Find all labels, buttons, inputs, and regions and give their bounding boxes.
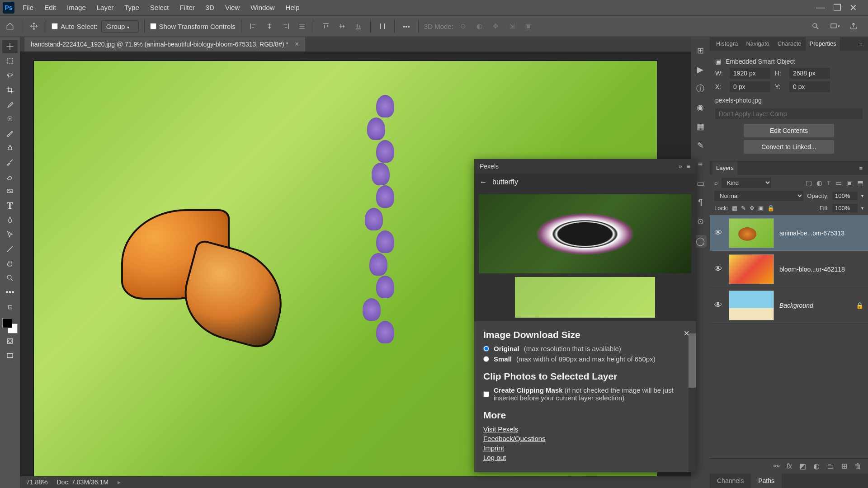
lock-position-icon[interactable]: ✥ <box>750 205 755 211</box>
show-transform-checkbox[interactable]: Show Transform Controls <box>150 23 236 30</box>
distribute-v-icon[interactable] <box>376 20 389 33</box>
shape-tool[interactable] <box>2 242 18 256</box>
path-select-tool[interactable] <box>2 228 18 241</box>
filter-search-icon[interactable]: ⌕ <box>714 179 718 186</box>
height-input[interactable]: 2688 px <box>789 68 830 79</box>
fill-input[interactable] <box>832 204 858 212</box>
styles-panel-icon[interactable]: ▭ <box>695 178 706 189</box>
instagram-panel-icon[interactable]: ◯ <box>694 235 707 248</box>
align-vcenter-icon[interactable] <box>336 20 349 33</box>
tab-navigator[interactable]: Navigato <box>742 37 773 51</box>
edit-toolbar-icon[interactable]: ⊡ <box>2 300 18 314</box>
visibility-toggle-icon[interactable]: 👁 <box>714 228 723 238</box>
layers-menu-icon[interactable]: ≡ <box>856 165 865 172</box>
type-tool[interactable]: T <box>2 199 18 212</box>
brush-tool[interactable] <box>2 127 18 140</box>
size-original-radio[interactable]: Original (max resolution that is availab… <box>483 345 687 352</box>
quick-mask-icon[interactable] <box>2 334 18 348</box>
collapse-panel-icon[interactable]: » <box>679 163 682 170</box>
document-tab[interactable]: handstand-2224104_1920.jpg @ 71.9% (anim… <box>24 37 305 52</box>
screen-mode-icon[interactable]: ▾ <box>828 20 841 33</box>
color-panel-icon[interactable]: ⊞ <box>695 45 706 56</box>
visibility-toggle-icon[interactable]: 👁 <box>714 300 723 310</box>
menu-window[interactable]: Window <box>245 0 280 15</box>
layer-row[interactable]: 👁 bloom-bloo...ur-462118 <box>710 251 868 287</box>
tab-channels[interactable]: Channels <box>710 474 751 488</box>
align-top-icon[interactable] <box>320 20 332 33</box>
edit-contents-button[interactable]: Edit Contents <box>744 124 834 137</box>
delete-layer-icon[interactable]: 🗑 <box>854 462 862 470</box>
link-layers-icon[interactable]: ⚯ <box>774 462 779 470</box>
layer-name[interactable]: bloom-bloo...ur-462118 <box>779 266 863 273</box>
tab-paths[interactable]: Paths <box>751 474 782 488</box>
new-layer-icon[interactable]: ⊞ <box>841 462 847 470</box>
menu-view[interactable]: View <box>220 0 245 15</box>
opacity-dropdown-icon[interactable]: ▾ <box>861 193 863 198</box>
share-icon[interactable] <box>847 20 860 33</box>
pexels-scrollbar[interactable] <box>689 333 696 472</box>
tab-histogram[interactable]: Histogra <box>712 37 741 51</box>
window-close-icon[interactable]: ✕ <box>849 2 857 13</box>
size-small-radio[interactable]: Small (max width of 890px and max height… <box>483 355 687 363</box>
link-logout[interactable]: Log out <box>483 454 687 461</box>
y-input[interactable] <box>789 81 830 92</box>
adjustment-layer-icon[interactable]: ◐ <box>813 462 820 470</box>
more-tools-icon[interactable]: ••• <box>2 286 18 299</box>
zoom-level[interactable]: 71.88% <box>26 479 47 486</box>
convert-linked-button[interactable]: Convert to Linked... <box>744 140 834 154</box>
lock-pixels-icon[interactable]: ✎ <box>741 205 746 211</box>
hand-tool[interactable] <box>2 257 18 270</box>
screen-mode-tool-icon[interactable] <box>2 349 18 362</box>
align-left-icon[interactable] <box>247 20 259 33</box>
layer-thumbnail[interactable] <box>729 291 774 320</box>
history-brush-tool[interactable] <box>2 155 18 169</box>
layer-thumbnail[interactable] <box>729 254 774 284</box>
tab-character[interactable]: Characte <box>774 37 805 51</box>
fill-dropdown-icon[interactable]: ▾ <box>861 206 863 211</box>
layer-filter-select[interactable]: Kind <box>722 178 771 188</box>
align-hcenter-icon[interactable] <box>263 20 276 33</box>
back-arrow-icon[interactable]: ← <box>480 178 487 186</box>
lock-artboard-icon[interactable]: ▣ <box>758 205 764 211</box>
pexels-result-1[interactable] <box>479 194 691 273</box>
menu-3d[interactable]: 3D <box>200 0 220 15</box>
layer-name[interactable]: Background <box>779 302 850 309</box>
menu-layer[interactable]: Layer <box>91 0 119 15</box>
menu-help[interactable]: Help <box>280 0 305 15</box>
zoom-tool[interactable] <box>2 271 18 285</box>
panel-menu-icon[interactable]: ≡ <box>687 163 690 170</box>
marquee-tool[interactable] <box>2 54 18 68</box>
filter-type-icon[interactable]: T <box>827 179 831 187</box>
filter-adjust-icon[interactable]: ◐ <box>816 179 822 187</box>
lock-transparency-icon[interactable]: ▦ <box>732 205 737 211</box>
layer-row[interactable]: 👁 Background 🔒 <box>710 287 868 324</box>
eraser-tool[interactable] <box>2 170 18 183</box>
info-panel-icon[interactable]: ⓘ <box>695 83 706 94</box>
lock-icon[interactable]: 🔒 <box>856 302 863 309</box>
menu-file[interactable]: File <box>17 0 39 15</box>
glyphs-panel-icon[interactable]: ⊙ <box>695 216 706 227</box>
move-tool[interactable] <box>2 40 18 53</box>
link-imprint[interactable]: Imprint <box>483 444 687 452</box>
home-icon[interactable] <box>4 20 16 33</box>
move-tool-icon[interactable] <box>28 20 40 33</box>
swatches-panel-icon[interactable]: ◉ <box>695 102 706 113</box>
align-right-icon[interactable] <box>279 20 292 33</box>
align-bottom-icon[interactable] <box>352 20 365 33</box>
menu-edit[interactable]: Edit <box>39 0 61 15</box>
color-swatches[interactable] <box>2 318 18 333</box>
layer-name[interactable]: animal-be...om-675313 <box>779 230 863 237</box>
menu-filter[interactable]: Filter <box>175 0 200 15</box>
layer-comp-select[interactable] <box>715 108 863 119</box>
more-options-icon[interactable]: ••• <box>400 20 413 33</box>
menu-image[interactable]: Image <box>61 0 91 15</box>
width-input[interactable]: 1920 px <box>730 68 770 79</box>
link-feedback[interactable]: Feedback/Questions <box>483 435 687 442</box>
paragraph-panel-icon[interactable]: ¶ <box>695 197 706 208</box>
lock-all-icon[interactable]: 🔒 <box>767 205 774 211</box>
link-visit-pexels[interactable]: Visit Pexels <box>483 425 687 433</box>
menu-type[interactable]: Type <box>119 0 145 15</box>
pen-tool[interactable] <box>2 213 18 227</box>
menu-select[interactable]: Select <box>145 0 175 15</box>
pexels-result-2[interactable] <box>515 277 655 318</box>
